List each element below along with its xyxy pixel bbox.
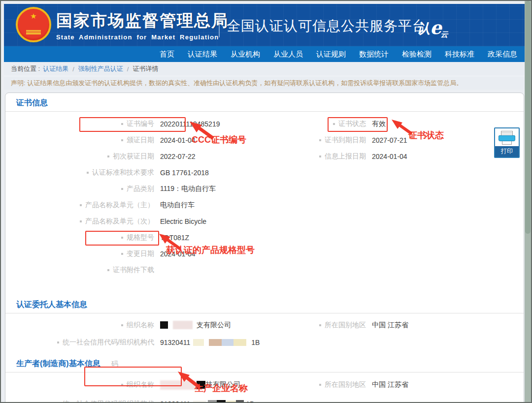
applicant-region-value: 中国 江苏省 [372,321,408,330]
browser-page: ★ 国家市场监督管理总局 State Administration for Ma… [0,0,532,403]
renyun-logo: 认e云 [417,16,449,37]
bullet-icon [121,237,123,239]
bullet-icon [319,139,321,141]
product-name-main-value: 电动自行车 [160,201,195,210]
nav-item-personnel[interactable]: 从业人员 [273,50,303,59]
nav-item-agencies[interactable]: 从业机构 [231,50,260,59]
field-label: 组织名称 [16,380,154,389]
breadcrumb: 当前位置 : 认证结果 / 强制性产品认证 / 证书详情 [4,62,525,76]
section-divider [5,372,524,372]
producer-region-value: 中国 江苏省 [372,380,408,389]
field-label: 组织名称 [16,321,154,330]
field-label: 变更日期 [16,249,154,258]
bullet-icon [121,188,123,190]
field-applicant-org: 组织名称 支有限公司 [16,316,308,334]
producer-code-value: 913204111B [160,400,254,403]
breadcrumb-prefix: 当前位置 : [11,64,40,73]
disclaimer-text: 声明: 认证结果信息由颁发证书的认证机构提供，数据的真实性、准确性由认证机构负责… [11,79,463,88]
field-product-category: 产品类别 1119：电动自行车 [16,181,308,197]
bullet-icon [319,324,321,326]
main-nav: 首页 认证结果 从业机构 从业人员 认证规则 数据统计 检验检测 科技标准 政采… [4,46,525,62]
redaction-blur [233,339,246,346]
bullet-icon [333,123,335,125]
nav-item-statistics[interactable]: 数据统计 [359,50,389,59]
bullet-icon [80,220,82,222]
first-issue-date-value: 2022-07-22 [160,153,196,160]
section-title-certificate: 证书信息 [5,93,524,111]
tiananmen-icon [26,30,41,34]
redaction-blur [209,339,222,346]
nav-item-procurement[interactable]: 政采信息 [488,50,517,59]
field-label: 规格型号 [16,233,154,242]
redaction-block [160,321,168,329]
field-applicant-code: 统一社会信用代码/组织机构代 913204111B [16,334,308,351]
nav-item-standards[interactable]: 科技标准 [445,50,474,59]
print-button[interactable]: 打印 [494,127,520,158]
agency-subtitle: State Administration for Market Regulati… [56,33,229,41]
applicant-code-value: 913204111B [160,339,260,346]
field-label: 所在国别地区 [308,380,366,389]
star-icon: ★ [18,12,49,21]
field-attachment-download: 证书附件下载 [16,262,308,278]
report-date-value: 2024-01-04 [372,153,407,160]
agency-title: 国家市场监督管理总局 [56,10,229,32]
bullet-icon [319,384,321,386]
scrollbar-thumb[interactable] [525,1,531,234]
field-label: 证书附件下载 [16,266,154,275]
printer-icon [502,141,512,145]
bullet-icon [121,384,123,386]
breadcrumb-separator: / [72,65,74,73]
breadcrumb-separator: / [127,65,129,73]
bullet-icon [121,324,123,326]
field-label: 统一社会信用代码/组织机构代 [16,400,154,403]
bullet-icon [107,155,109,157]
section-title-producer: 生产者(制造商)基本信息码 [5,354,524,372]
field-standard: 认证标准和技术要求 GB 17761-2018 [16,164,308,181]
field-issue-date: 颁证日期 2024-01-04 [16,132,308,148]
expiry-date-value: 2027-07-21 [372,136,407,144]
bullet-icon [121,123,123,125]
redaction-block [217,400,226,403]
redaction-blur [222,339,233,346]
printer-icon [501,131,513,135]
scrollbar[interactable] [525,1,531,402]
bullet-icon [80,204,82,206]
section-divider [5,313,524,313]
field-label: 信息上报日期 [308,152,366,161]
field-label: 证书编号 [16,120,154,128]
nav-item-home[interactable]: 首页 [160,50,174,59]
section-divider [5,111,524,112]
platform-title: 全国认证认可信息公共服务平台 [227,17,427,35]
field-product-name-main: 产品名称及单元（主） 电动自行车 [16,197,308,213]
applicant-org-value: 支有限公司 [160,321,231,330]
printer-icon [499,135,515,141]
nav-item-inspection[interactable]: 检验检测 [402,50,432,59]
annotation-cert-number: CCC证书编号 [192,134,246,146]
breadcrumb-current: 证书详情 [133,64,158,73]
china-national-emblem-icon: ★ [16,7,51,42]
field-label: 颁证日期 [16,136,154,145]
field-product-name-sub: 产品名称及单元（次） Electric Bicycle [16,213,308,229]
field-label: 认证标准和技术要求 [16,168,154,177]
site-header: ★ 国家市场监督管理总局 State Administration for Ma… [4,4,525,46]
breadcrumb-link-results[interactable]: 认证结果 [43,64,68,73]
field-producer-code: 统一社会信用代码/组织机构代 913204111B [16,395,308,403]
breadcrumb-link-ccc[interactable]: 强制性产品认证 [78,64,123,73]
field-label: 产品类别 [16,185,154,193]
nav-item-cert-results[interactable]: 认证结果 [188,50,217,59]
product-category-value: 1119：电动自行车 [160,185,216,193]
field-cert-number: 证书编号 2022011119485219 [16,116,308,132]
field-first-issue-date: 初次获证日期 2022-07-22 [16,148,308,164]
field-label: 初次获证日期 [16,152,154,161]
bullet-icon [87,172,89,174]
field-label: 产品名称及单元（主） [16,201,154,210]
header-divider [219,14,220,37]
nav-item-rules[interactable]: 认证规则 [316,50,346,59]
annotation-cert-status: 证书状态 [408,129,444,141]
certificate-detail-panel: 证书信息 证书编号 2022011119485219 颁证日期 2024-01-… [5,93,524,403]
redaction-block [208,400,217,403]
bullet-icon [57,341,59,343]
bullet-icon [121,139,123,141]
redaction-blur [226,401,236,403]
annotation-model: 获认证的产品规格型号 [166,244,255,256]
